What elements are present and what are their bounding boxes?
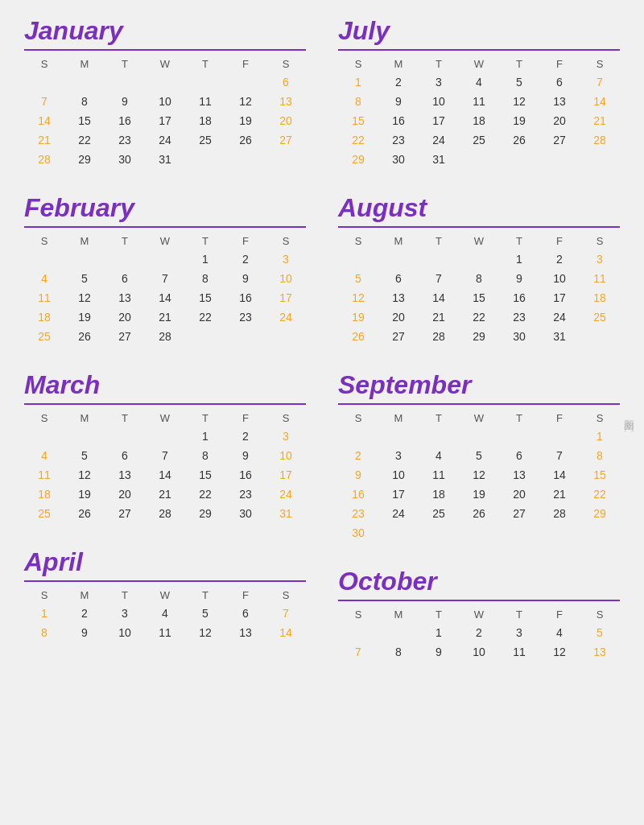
day-cell (266, 327, 306, 346)
day-cell: 2 (225, 427, 266, 446)
day-cell: 20 (105, 485, 145, 504)
table-row: 12131415161718 (338, 288, 620, 307)
day-cell: 3 (419, 72, 459, 92)
month-january: JanuarySMTWTFS67891011121314151617181920… (24, 16, 306, 169)
day-cell (580, 150, 620, 169)
day-cell: 6 (378, 269, 419, 288)
day-cell: 13 (539, 92, 580, 111)
day-cell: 31 (266, 504, 306, 523)
day-cell: 27 (378, 327, 419, 346)
day-cell: 25 (24, 327, 64, 346)
day-cell: 15 (459, 288, 499, 307)
day-header: T (419, 410, 459, 427)
table-row: 21222324252627 (24, 130, 306, 150)
day-header: T (105, 233, 145, 250)
day-cell: 4 (459, 72, 499, 92)
day-cell: 3 (580, 250, 620, 269)
day-cell: 2 (338, 446, 378, 465)
day-header: W (459, 233, 499, 250)
day-header: M (64, 410, 105, 427)
day-header: T (419, 56, 459, 72)
table-row: 28293031 (24, 150, 306, 169)
day-cell: 13 (105, 288, 145, 307)
month-divider (338, 403, 620, 405)
day-cell: 29 (185, 504, 225, 523)
day-cell: 20 (266, 111, 306, 130)
day-cell: 18 (24, 485, 64, 504)
day-header: S (580, 233, 620, 250)
day-cell: 21 (419, 307, 459, 327)
day-cell: 16 (225, 288, 266, 307)
day-cell: 11 (499, 642, 539, 662)
table-row: 891011121314 (24, 623, 306, 642)
day-cell (378, 427, 419, 446)
day-header: T (499, 56, 539, 72)
day-cell: 19 (64, 307, 105, 327)
day-cell: 21 (539, 485, 580, 504)
day-header: S (266, 233, 306, 250)
day-cell: 19 (459, 485, 499, 504)
day-cell: 23 (499, 307, 539, 327)
month-april: AprilSMTWTFS1234567891011121314 (24, 547, 306, 642)
day-cell: 25 (185, 130, 225, 150)
day-cell: 17 (266, 288, 306, 307)
day-cell: 20 (539, 111, 580, 130)
day-header: S (338, 410, 378, 427)
day-cell: 22 (185, 485, 225, 504)
day-header: W (459, 606, 499, 623)
day-cell: 21 (24, 130, 64, 150)
day-cell: 22 (338, 130, 378, 150)
day-header: T (185, 233, 225, 250)
day-cell (185, 72, 225, 92)
day-cell (378, 523, 419, 542)
day-cell: 26 (459, 504, 499, 523)
day-cell: 9 (499, 269, 539, 288)
day-cell (338, 623, 378, 642)
day-header: S (24, 587, 64, 604)
table-row: 19202122232425 (338, 307, 620, 327)
day-cell: 30 (338, 523, 378, 542)
day-header: T (185, 410, 225, 427)
day-header: F (539, 606, 580, 623)
day-cell: 9 (225, 446, 266, 465)
day-cell: 5 (499, 72, 539, 92)
day-cell: 24 (266, 307, 306, 327)
day-cell: 1 (185, 250, 225, 269)
day-header: T (105, 587, 145, 604)
day-cell: 8 (338, 92, 378, 111)
day-cell: 30 (378, 150, 419, 169)
table-row: 293031 (338, 150, 620, 169)
day-cell: 11 (24, 465, 64, 485)
left-column: JanuarySMTWTFS67891011121314151617181920… (24, 16, 306, 686)
day-cell: 19 (225, 111, 266, 130)
day-cell: 11 (185, 92, 225, 111)
day-cell: 21 (145, 485, 185, 504)
table-row: 567891011 (338, 269, 620, 288)
day-cell (459, 150, 499, 169)
day-cell: 30 (499, 327, 539, 346)
table-row: 30 (338, 523, 620, 542)
day-cell: 9 (105, 92, 145, 111)
month-july: JulySMTWTFS12345678910111213141516171819… (338, 16, 620, 169)
day-cell: 23 (338, 504, 378, 523)
month-divider (24, 403, 306, 405)
day-cell: 7 (419, 269, 459, 288)
day-cell: 16 (378, 111, 419, 130)
day-cell: 11 (580, 269, 620, 288)
table-row: 11121314151617 (24, 465, 306, 485)
month-divider (24, 580, 306, 582)
day-cell: 19 (499, 111, 539, 130)
day-header: M (64, 56, 105, 72)
day-cell: 3 (105, 604, 145, 623)
day-cell (105, 72, 145, 92)
day-cell (145, 250, 185, 269)
cal-table: SMTWTFS123456789101112131415161718192021… (24, 410, 306, 523)
day-cell: 2 (378, 72, 419, 92)
day-cell: 28 (145, 504, 185, 523)
cal-table: SMTWTFS678910111213141516171819202122232… (24, 56, 306, 169)
day-cell: 10 (419, 92, 459, 111)
cal-table: SMTWTFS123567891011121314151617181920212… (338, 233, 620, 346)
day-cell: 17 (419, 111, 459, 130)
table-row: 45678910 (24, 269, 306, 288)
day-cell (64, 250, 105, 269)
